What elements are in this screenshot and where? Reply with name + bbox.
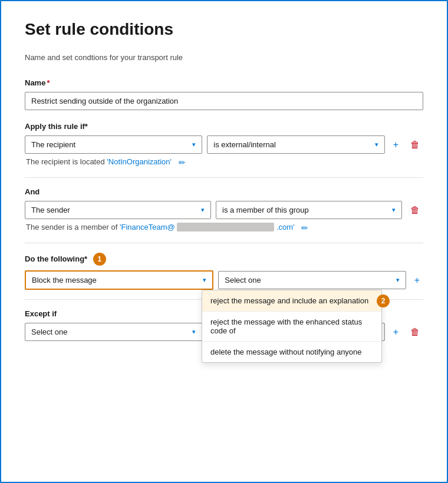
do-following-row: Block the message ▾ Select one ▾ + rejec… [25, 270, 423, 290]
chevron-icon: ▾ [203, 276, 206, 284]
menu-item-2[interactable]: reject the message with the enhanced sta… [202, 312, 381, 342]
apply-rule-row: The recipient ▾ is external/internal ▾ +… [25, 135, 423, 154]
do-following-add-button[interactable]: + [411, 273, 423, 288]
apply-rule-add-button[interactable]: + [390, 137, 402, 153]
and-condition-desc: The sender is a member of 'FinanceTeam@ … [25, 223, 423, 233]
and-delete-button[interactable]: 🗑 [407, 203, 423, 218]
and-row: The sender ▾ is a member of this group ▾… [25, 201, 423, 219]
except-if-add-button[interactable]: + [390, 325, 402, 340]
trash-icon: 🗑 [410, 140, 420, 150]
chevron-icon: ▾ [396, 276, 400, 284]
and-label: And [25, 187, 423, 196]
apply-rule-delete-button[interactable]: 🗑 [407, 137, 423, 153]
apply-rule-condition-link[interactable]: 'NotInOrganization' [107, 157, 172, 166]
except-if-dropdown1[interactable]: Select one ▾ [25, 323, 202, 341]
menu-item-3[interactable]: delete the message without notifying any… [202, 342, 381, 362]
do-following-menu: reject the message and include an explan… [202, 290, 382, 363]
divider-2 [25, 243, 423, 243]
name-input[interactable] [25, 92, 423, 110]
apply-rule-dropdown2[interactable]: is external/internal ▾ [207, 135, 384, 154]
apply-rule-edit-button[interactable]: ✏ [174, 157, 186, 168]
and-dropdown2[interactable]: is a member of this group ▾ [216, 201, 402, 219]
trash-icon: 🗑 [410, 205, 420, 216]
apply-rule-condition-desc: The recipient is located 'NotInOrganizat… [25, 157, 423, 168]
edit-icon: ✏ [301, 223, 308, 233]
menu-item-1[interactable]: reject the message and include an explan… [202, 290, 381, 312]
and-condition-link[interactable]: 'FinanceTeam@ [120, 223, 175, 231]
chevron-icon: ▾ [375, 141, 378, 148]
do-following-dropdown1[interactable]: Block the message ▾ [25, 270, 213, 290]
page-title: Set rule conditions [25, 20, 423, 39]
except-if-delete-button[interactable]: 🗑 [407, 325, 423, 340]
and-dropdown1[interactable]: The sender ▾ [25, 201, 211, 219]
divider-1 [25, 177, 423, 178]
badge-2: 2 [377, 295, 390, 307]
chevron-icon: ▾ [192, 328, 196, 336]
and-condition-blurred: xxxxxxxxxxxxxxxxxx [177, 223, 274, 231]
chevron-icon: ▾ [192, 141, 196, 148]
chevron-icon: ▾ [392, 206, 396, 214]
name-label: Name* [25, 78, 423, 87]
page-subtitle: Name and set condtions for your transpor… [25, 53, 423, 62]
trash-icon: 🗑 [410, 327, 420, 338]
do-following-label: Do the following* 1 [25, 253, 423, 266]
apply-rule-dropdown1[interactable]: The recipient ▾ [25, 135, 202, 154]
chevron-icon: ▾ [201, 206, 205, 214]
do-following-dropdown2[interactable]: Select one ▾ [218, 271, 406, 289]
badge-1: 1 [93, 253, 106, 266]
edit-icon: ✏ [179, 158, 186, 167]
and-condition-link2[interactable]: .com' [276, 223, 295, 231]
and-edit-button[interactable]: ✏ [297, 223, 308, 233]
apply-rule-label: Apply this rule if* [25, 122, 423, 131]
